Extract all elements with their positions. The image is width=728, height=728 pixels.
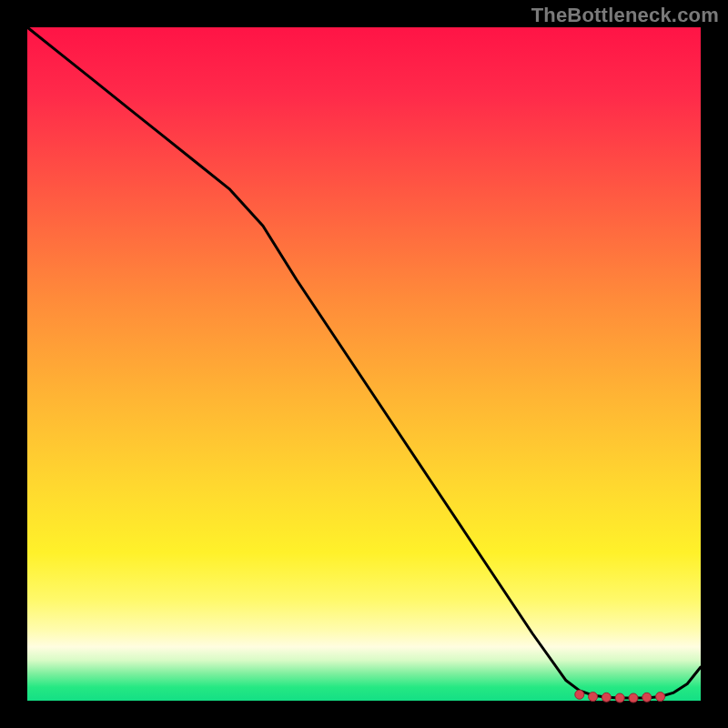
bottleneck-curve (27, 27, 701, 698)
optimum-dot (629, 693, 638, 703)
chart-plot-area (27, 27, 701, 701)
optimum-dot (575, 690, 584, 699)
optimum-dot (656, 693, 665, 702)
watermark-text: TheBottleneck.com (531, 4, 719, 27)
chart-svg (27, 27, 701, 701)
optimum-dot (602, 693, 611, 702)
optimum-dot (615, 693, 624, 703)
optimum-dot (642, 693, 652, 702)
optimum-dot-cluster (575, 690, 665, 703)
stage: TheBottleneck.com (0, 0, 728, 728)
optimum-dot (589, 693, 598, 702)
